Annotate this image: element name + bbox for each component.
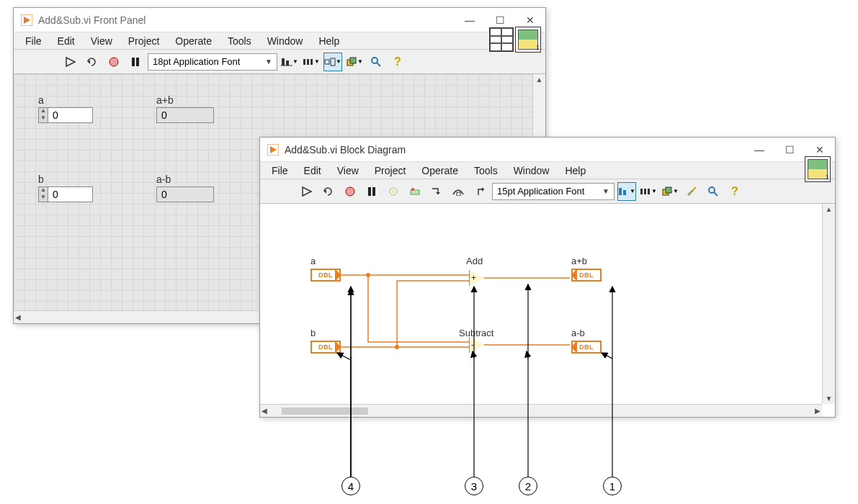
chevron-down-icon: ▼ [602,187,609,195]
svg-rect-13 [325,60,329,64]
menu-help[interactable]: Help [558,163,593,178]
terminal-a-label: a [310,256,316,266]
abort-button[interactable] [104,53,123,71]
align-objects-button[interactable]: ▼ [617,182,636,201]
control-a-value[interactable]: 0 [48,107,93,123]
menu-view[interactable]: View [84,34,120,48]
svg-rect-28 [411,190,419,194]
svg-rect-24 [368,187,371,196]
search-button[interactable] [704,182,723,201]
node-add[interactable]: + [469,270,485,286]
help-button[interactable]: ? [388,53,407,71]
callout-4: 4 [341,477,360,495]
block-diagram-canvas[interactable]: a DBL b DBL Add + Subtract - a+b DBL a-b… [260,204,822,404]
window-minimize-button[interactable]: — [744,139,774,161]
scrollbar-horizontal[interactable]: ◀ ▶ [260,404,822,417]
retain-wire-values-button[interactable] [406,182,424,201]
svg-line-42 [714,192,718,196]
pause-button[interactable] [362,182,381,201]
menu-help[interactable]: Help [311,34,347,48]
wires-overlay [260,204,822,404]
control-a-input[interactable]: ▲▼ 0 [38,107,93,123]
menu-tools[interactable]: Tools [467,163,505,178]
front-panel-titlebar[interactable]: Add&Sub.vi Front Panel — ☐ ✕ [14,8,545,32]
terminal-b[interactable]: DBL [310,341,341,354]
font-selector[interactable]: 15pt Application Font ▼ [492,183,615,200]
svg-rect-14 [331,58,335,66]
vi-icon[interactable]: 1 [515,27,541,53]
menu-tools[interactable]: Tools [220,34,259,48]
window-maximize-button[interactable]: ☐ [774,139,805,161]
scrollbar-vertical[interactable]: ▲ ▼ [822,204,835,404]
svg-point-43 [366,273,370,277]
control-b-input[interactable]: ▲▼ 0 [38,186,93,202]
search-button[interactable] [367,53,385,71]
step-over-button[interactable] [449,182,468,201]
scroll-right-icon[interactable]: ▶ [815,407,821,415]
svg-rect-31 [457,192,460,196]
distribute-objects-button[interactable]: ▼ [302,53,321,71]
window-minimize-button[interactable]: — [455,9,485,31]
terminal-aminusb-label: a-b [571,328,585,338]
resize-objects-button[interactable]: ▼ [323,53,342,71]
menu-file[interactable]: File [18,34,49,48]
indicator-aplusb-display: 0 [156,107,214,123]
scroll-thumb[interactable] [282,408,368,415]
menu-file[interactable]: File [264,163,295,178]
svg-point-23 [346,187,354,196]
distribute-objects-button[interactable]: ▼ [639,182,658,201]
cleanup-button[interactable] [682,182,701,201]
reorder-button[interactable]: ▼ [345,53,364,71]
terminal-aminusb[interactable]: DBL [571,341,602,354]
callout-2: 2 [519,477,537,495]
connector-pane-icon[interactable] [489,27,514,52]
align-objects-button[interactable]: ▼ [280,53,299,71]
vi-icon[interactable]: 1 [805,156,831,182]
block-diagram-client[interactable]: a DBL b DBL Add + Subtract - a+b DBL a-b… [260,204,835,417]
run-button[interactable] [298,182,316,201]
scroll-down-icon[interactable]: ▼ [826,395,833,402]
svg-point-17 [372,58,377,63]
menu-window[interactable]: Window [260,34,310,48]
help-button[interactable]: ? [725,182,744,201]
scroll-up-icon[interactable]: ▲ [536,76,543,84]
reorder-button[interactable]: ▼ [661,182,679,201]
node-subtract[interactable]: - [469,337,485,353]
menu-operate[interactable]: Operate [168,34,219,48]
menu-operate[interactable]: Operate [414,163,465,178]
terminal-aplusb[interactable]: DBL [571,269,602,282]
svg-rect-34 [623,190,626,195]
block-diagram-titlebar[interactable]: Add&Sub.vi Block Diagram — ☐ ✕ [260,138,835,162]
spinner-icon[interactable]: ▲▼ [38,107,48,123]
scroll-up-icon[interactable]: ▲ [826,205,833,213]
svg-rect-10 [303,59,305,65]
run-button[interactable] [61,53,80,71]
spinner-icon[interactable]: ▲▼ [38,186,48,202]
menu-view[interactable]: View [330,163,366,178]
menu-project[interactable]: Project [121,34,167,48]
step-out-button[interactable] [470,182,489,201]
menu-project[interactable]: Project [367,163,414,178]
control-b-value[interactable]: 0 [48,186,93,202]
svg-point-27 [392,190,395,193]
svg-rect-37 [648,189,650,194]
terminal-a[interactable]: DBL [310,269,341,282]
scroll-left-icon[interactable]: ◀ [262,407,267,415]
block-diagram-menubar: File Edit View Project Operate Tools Win… [260,162,835,179]
indicator-aplusb-value: 0 [156,107,214,123]
svg-point-4 [110,58,118,66]
abort-button[interactable] [341,182,359,201]
font-selector[interactable]: 18pt Application Font ▼ [148,53,277,71]
highlight-execution-button[interactable] [384,182,403,201]
callout-1: 1 [603,477,622,495]
scroll-left-icon[interactable]: ◀ [15,313,21,321]
menu-window[interactable]: Window [506,163,557,178]
pause-button[interactable] [126,53,145,71]
terminal-aplusb-label: a+b [571,256,587,266]
run-continuous-button[interactable] [83,53,102,71]
svg-rect-16 [350,58,356,63]
menu-edit[interactable]: Edit [297,163,329,178]
step-into-button[interactable] [427,182,446,201]
run-continuous-button[interactable] [319,182,338,201]
menu-edit[interactable]: Edit [50,34,82,48]
